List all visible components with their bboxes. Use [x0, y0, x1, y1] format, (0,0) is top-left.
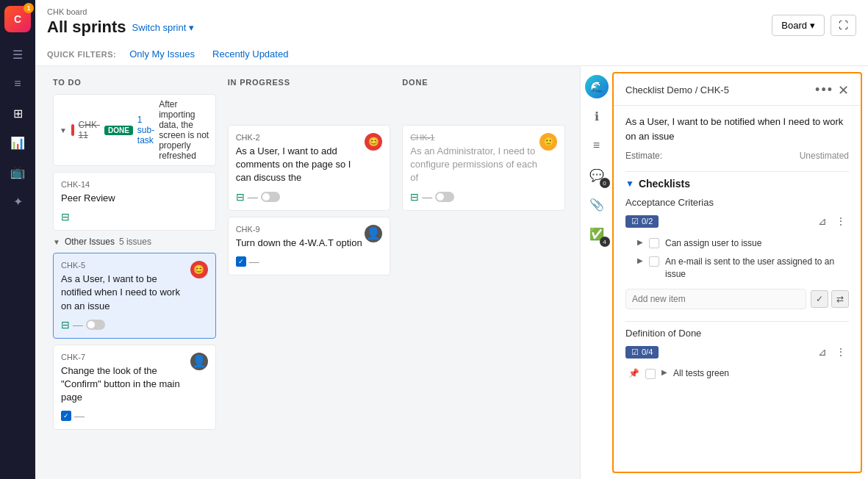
acceptance-criteria-progress-row: ☑ 0/2 ⊿ ⋮	[625, 214, 849, 228]
nav-icon-board[interactable]: ⊞	[4, 100, 31, 126]
card-id-chk1: CHK-1	[410, 133, 539, 142]
recently-updated-filter[interactable]: Recently Updated	[208, 47, 293, 61]
app-logo[interactable]: C 1	[4, 6, 31, 32]
pinned-item-1: 📌 ▶ All tests green	[625, 365, 849, 382]
card-chk2[interactable]: CHK-2 As a User, I want to add comments …	[228, 125, 391, 211]
checklist-item-1-text: Can assign user to issue	[665, 237, 761, 250]
comment-icon-btn[interactable]: 💬 0	[585, 163, 609, 187]
definition-of-done-group: Definition of Done ☑ 0/4 ⊿ ⋮ 📌	[625, 328, 849, 382]
collapse-icon: ▼	[53, 238, 60, 246]
divider-1	[625, 171, 849, 172]
columns-area: TO DO ▼ CHK-11 DONE 1 sub-task After imp…	[35, 66, 580, 479]
card-chk7[interactable]: CHK-7 Change the look of the "Confirm" b…	[53, 345, 216, 431]
other-issues-toggle[interactable]: ▼ Other Issues 5 issues	[53, 237, 216, 247]
checkbox-item-2[interactable]	[649, 256, 659, 267]
toggle-chk2[interactable]	[261, 192, 280, 202]
add-item-row: ✓ ⇄	[625, 289, 849, 309]
dash-icon-chk9: —	[249, 256, 259, 267]
more-definition-btn[interactable]: ⋮	[833, 345, 849, 359]
add-item-input[interactable]	[625, 289, 806, 309]
columns-container: TO DO ▼ CHK-11 DONE 1 sub-task After imp…	[35, 66, 580, 479]
convert-add-btn[interactable]: ⇄	[831, 290, 849, 308]
nav-icon-plugin[interactable]: ✦	[4, 188, 31, 215]
checklist-icon-chk14: ⊟	[61, 211, 70, 223]
card-chk9[interactable]: CHK-9 Turn down the 4-W.A.T option 👤 ✓ —	[228, 217, 391, 275]
filter-checklist-btn[interactable]: ⊿	[815, 214, 830, 228]
acceptance-progress-value: 0/2	[642, 217, 653, 226]
close-panel-button[interactable]: ✕	[838, 84, 849, 97]
header: CHK board All sprints Switch sprint ▾ Bo…	[35, 0, 868, 66]
switch-sprint-button[interactable]: Switch sprint ▾	[132, 22, 195, 33]
detail-issue-title: As a User, I want to be notified when I …	[625, 115, 849, 143]
acceptance-criteria-actions: ⊿ ⋮	[815, 214, 849, 228]
detail-breadcrumb: Checklist Demo / CHK-5	[625, 84, 729, 96]
side-icons-panel: 🌊 ℹ ≡ 💬 0 📎 ✅ 4	[580, 66, 612, 479]
subtask-link[interactable]: 1 sub-task	[137, 115, 154, 145]
card-id-chk9: CHK-9	[236, 225, 365, 234]
more-checklist-btn[interactable]: ⋮	[833, 214, 849, 228]
column-done: DONE CHK-1 As an Administrator, I need t…	[396, 75, 571, 470]
definition-progress-badge: ☑ 0/4	[625, 346, 659, 359]
checkbox-item-1[interactable]	[649, 238, 659, 248]
card-id-chk5: CHK-5	[61, 261, 190, 270]
expand-item-2-icon[interactable]: ▶	[637, 256, 643, 266]
checkbox-pinned-1[interactable]	[645, 369, 656, 379]
nav-icon-list[interactable]: ≡	[4, 71, 31, 97]
checklist-item-2: ▶ An e-mail is sent to the user assigned…	[625, 253, 849, 284]
definition-progress-value: 0/4	[642, 347, 653, 356]
column-header-done: DONE	[402, 75, 565, 94]
toggle-chk1[interactable]	[435, 192, 454, 202]
board-dropdown-button[interactable]: Board ▾	[772, 15, 825, 36]
only-my-issues-filter[interactable]: Only My Issues	[125, 47, 199, 61]
nav-icon-monitor[interactable]: 📺	[4, 159, 31, 185]
issue-banner-chk11[interactable]: ▼ CHK-11 DONE 1 sub-task After importing…	[53, 94, 216, 166]
checklist-item-2-text: An e-mail is sent to the user assigned t…	[665, 256, 849, 281]
checklist-icon-chk2: ⊟	[236, 191, 245, 203]
card-title-chk14: Peer Review	[61, 192, 208, 205]
checklist-icon-chk1: ⊟	[410, 191, 419, 203]
checkbox-chk7[interactable]: ✓	[61, 411, 71, 421]
checkbox-chk9[interactable]: ✓	[236, 256, 246, 267]
fullscreen-button[interactable]: ⛶	[831, 15, 856, 36]
board-title: All sprints	[47, 18, 126, 37]
detail-panel: Checklist Demo / CHK-5 ••• ✕ As a User, …	[612, 72, 862, 473]
card-chk14[interactable]: CHK-14 Peer Review ⊟	[53, 172, 216, 231]
attachment-icon-btn[interactable]: 📎	[585, 192, 609, 216]
expand-item-1-icon[interactable]: ▶	[637, 237, 643, 248]
other-issues-label: Other Issues	[65, 237, 115, 247]
estimate-value: Unestimated	[800, 151, 849, 161]
card-chk5[interactable]: CHK-5 As a User, I want to be notified w…	[53, 253, 216, 339]
dash-icon-chk7: —	[74, 410, 85, 422]
done-badge: DONE	[104, 126, 133, 135]
description-icon-btn[interactable]: ≡	[585, 134, 609, 157]
card-title-chk1: As an Administrator, I need to configure…	[410, 145, 539, 185]
pin-icon: 📌	[628, 368, 639, 378]
checklist-icon-btn[interactable]: ✅ 4	[585, 222, 609, 245]
card-chk1[interactable]: CHK-1 As an Administrator, I need to con…	[402, 125, 565, 211]
filters-row: QUICK FILTERS: Only My Issues Recently U…	[47, 43, 856, 65]
checklist-badge: 4	[600, 237, 610, 247]
header-actions: Board ▾ ⛶	[772, 15, 856, 36]
checklists-section-title: ▼ Checklists	[625, 178, 849, 190]
switch-sprint-label: Switch sprint	[132, 22, 187, 33]
nav-icon-menu[interactable]: ☰	[4, 41, 31, 68]
info-icon-btn[interactable]: ℹ	[585, 104, 609, 128]
expand-icon: ▼	[60, 126, 67, 134]
definition-of-done-title: Definition of Done	[625, 328, 849, 339]
filter-definition-btn[interactable]: ⊿	[815, 345, 830, 359]
checkbox-icon-small: ☑	[631, 217, 639, 226]
toggle-chk5[interactable]	[86, 320, 105, 330]
nav-icon-chart[interactable]: 📊	[4, 129, 31, 156]
acceptance-progress-badge: ☑ 0/2	[625, 215, 659, 228]
card-title-chk7: Change the look of the "Confirm" button …	[61, 364, 190, 405]
chevron-down-icon: ▾	[189, 22, 194, 33]
quick-filters-label: QUICK FILTERS:	[47, 50, 116, 59]
expand-pinned-icon[interactable]: ▶	[661, 368, 667, 376]
avatar-chk7: 👤	[190, 353, 208, 370]
card-title-chk9: Turn down the 4-W.A.T option	[236, 237, 365, 250]
avatar-chk5: 😊	[190, 261, 208, 278]
confirm-add-btn[interactable]: ✓	[811, 290, 828, 308]
more-options-button[interactable]: •••	[815, 82, 833, 98]
checklists-arrow-icon[interactable]: ▼	[625, 179, 634, 189]
user-avatar-side[interactable]: 🌊	[585, 75, 609, 98]
